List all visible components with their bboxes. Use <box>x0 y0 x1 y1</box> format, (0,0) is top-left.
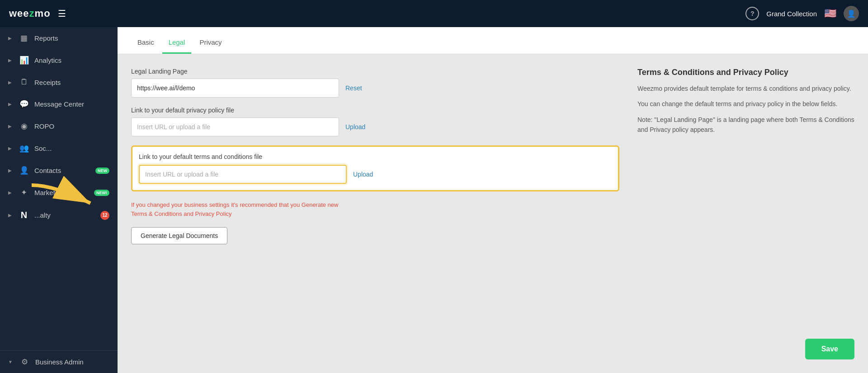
generate-legal-docs-button[interactable]: Generate Legal Documents <box>131 227 227 244</box>
privacy-policy-group: Link to your default privacy policy file… <box>131 107 619 136</box>
ropo-icon: ◉ <box>19 121 29 131</box>
hamburger-button[interactable]: ☰ <box>58 8 66 19</box>
sidebar-item-reports[interactable]: ▶ ▦ Reports <box>0 27 118 49</box>
message-center-icon: 💬 <box>19 99 29 109</box>
marketing-icon: ✦ <box>19 188 29 197</box>
sidebar-label-receipts: Receipts <box>34 79 109 86</box>
logo: weezmo <box>9 8 51 19</box>
warning-text: If you changed your business settings it… <box>131 200 339 218</box>
arrow-icon: ▶ <box>8 168 12 173</box>
sidebar-item-social[interactable]: ▶ 👥 Soc... <box>0 137 118 159</box>
tab-basic[interactable]: Basic <box>131 31 160 54</box>
sidebar-label-social: Soc... <box>34 145 109 152</box>
arrow-icon: ▶ <box>8 80 12 85</box>
privacy-policy-row: Upload <box>131 117 619 136</box>
main-layout: ▶ ▦ Reports ▶ 📊 Analytics ▶ 🗒 Receipts ▶… <box>0 27 868 373</box>
legal-landing-page-label: Legal Landing Page <box>131 68 619 75</box>
contacts-badge: NEW <box>95 168 109 174</box>
flag-icon: 🇺🇸 <box>824 8 836 19</box>
sidebar-item-ropo[interactable]: ▶ ◉ ROPO <box>0 115 118 137</box>
sidebar-label-loyalty: ...alty <box>34 211 95 219</box>
right-panel: Terms & Conditions and Privacy Policy We… <box>637 68 854 359</box>
arrow-icon: ▶ <box>8 146 12 151</box>
right-panel-para1: Weezmo provides default template for ter… <box>637 84 854 93</box>
arrow-icon: ▶ <box>8 36 12 41</box>
content-body: Legal Landing Page Reset Link to your de… <box>118 54 868 373</box>
terms-highlight-box: Link to your default terms and condition… <box>131 145 619 191</box>
upload-button-2[interactable]: Upload <box>353 171 373 178</box>
terms-input[interactable] <box>139 165 347 184</box>
content-area: Basic Legal Privacy Legal Landing Page R… <box>118 27 868 373</box>
business-admin-icon: ⚙ <box>20 357 30 367</box>
upload-button-1[interactable]: Upload <box>345 123 365 131</box>
analytics-icon: 📊 <box>19 56 29 65</box>
sidebar-label-contacts: Contacts <box>34 167 90 174</box>
contacts-icon: 👤 <box>19 166 29 175</box>
sidebar-bottom: ▼ ⚙ Business Admin <box>0 350 118 373</box>
right-panel-para3: Note: "Legal Landing Page" is a landing … <box>637 115 854 135</box>
left-panel: Legal Landing Page Reset Link to your de… <box>131 68 619 359</box>
reports-icon: ▦ <box>19 33 29 43</box>
topnav-left: weezmo ☰ <box>9 8 66 19</box>
tab-privacy[interactable]: Privacy <box>193 31 228 54</box>
privacy-policy-input[interactable] <box>131 117 339 136</box>
sidebar-item-loyalty[interactable]: ▶ N ...alty 12 <box>0 204 118 227</box>
loyalty-badge-num: 12 <box>100 211 109 220</box>
sidebar-label-message-center: Message Center <box>34 100 109 108</box>
save-button[interactable]: Save <box>805 339 854 359</box>
sidebar-label-reports: Reports <box>34 34 109 42</box>
arrow-icon: ▶ <box>8 190 12 195</box>
tab-legal[interactable]: Legal <box>162 31 192 54</box>
terms-label: Link to your default terms and condition… <box>139 153 612 160</box>
sidebar-label-ropo: ROPO <box>34 122 109 130</box>
arrow-icon: ▶ <box>8 124 12 129</box>
sidebar-label-business-admin: Business Admin <box>35 358 109 366</box>
right-panel-para2: You can change the default terms and pri… <box>637 99 854 109</box>
sidebar-item-business-admin[interactable]: ▼ ⚙ Business Admin <box>0 351 118 373</box>
sidebar-item-marketing[interactable]: ▶ ✦ Marketing NEW! <box>0 182 118 204</box>
marketing-badge: NEW! <box>94 190 109 196</box>
receipts-icon: 🗒 <box>19 78 29 87</box>
arrow-icon: ▶ <box>8 58 12 63</box>
social-icon: 👥 <box>19 144 29 153</box>
arrow-icon: ▶ <box>8 102 12 107</box>
legal-landing-page-row: Reset <box>131 79 619 98</box>
sidebar-item-message-center[interactable]: ▶ 💬 Message Center <box>0 93 118 115</box>
loyalty-icon: N <box>19 210 29 220</box>
sidebar: ▶ ▦ Reports ▶ 📊 Analytics ▶ 🗒 Receipts ▶… <box>0 27 118 373</box>
sidebar-item-analytics[interactable]: ▶ 📊 Analytics <box>0 49 118 71</box>
legal-landing-page-group: Legal Landing Page Reset <box>131 68 619 98</box>
arrow-icon: ▶ <box>8 213 12 218</box>
legal-landing-page-input[interactable] <box>131 79 339 98</box>
topnav-right: ? Grand Collection 🇺🇸 👤 <box>745 6 859 21</box>
sidebar-item-receipts[interactable]: ▶ 🗒 Receipts <box>0 71 118 93</box>
sidebar-item-contacts[interactable]: ▶ 👤 Contacts NEW <box>0 159 118 182</box>
content-header: Basic Legal Privacy <box>118 27 868 54</box>
right-panel-title: Terms & Conditions and Privacy Policy <box>637 68 854 77</box>
sidebar-label-marketing: Marketing <box>34 189 89 196</box>
terms-row: Upload <box>139 165 612 184</box>
help-button[interactable]: ? <box>745 7 759 20</box>
avatar[interactable]: 👤 <box>844 6 859 21</box>
privacy-policy-label: Link to your default privacy policy file <box>131 107 619 114</box>
reset-button[interactable]: Reset <box>345 84 362 92</box>
arrow-down-icon: ▼ <box>8 359 13 364</box>
sidebar-label-analytics: Analytics <box>34 56 109 64</box>
topnav: weezmo ☰ ? Grand Collection 🇺🇸 👤 <box>0 0 868 27</box>
org-name: Grand Collection <box>766 10 817 18</box>
